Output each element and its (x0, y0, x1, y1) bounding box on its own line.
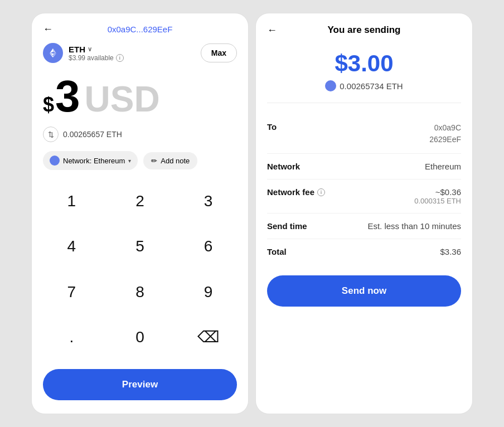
svg-marker-1 (50, 48, 53, 54)
to-row: To 0x0a9C 2629EeF (267, 114, 461, 154)
network-chevron-icon: ▾ (128, 158, 131, 164)
numpad-key-9[interactable]: 9 (174, 272, 243, 312)
decimal-key[interactable]: . (37, 317, 106, 357)
to-address-line2: 2629EeF (429, 134, 461, 145)
fee-eth: 0.000315 ETH (414, 197, 461, 205)
fee-row: Network fee i ~$0.36 0.000315 ETH (267, 179, 461, 213)
send-eth-icon (325, 80, 336, 91)
send-time-row: Send time Est. less than 10 minutes (267, 213, 461, 239)
fee-info-icon[interactable]: i (317, 188, 325, 196)
send-time-label: Send time (267, 221, 307, 231)
network-detail-label: Network (267, 162, 300, 171)
token-details: ETH ∨ $3.99 available i (69, 45, 124, 62)
fee-usd: ~$0.36 (414, 187, 461, 197)
numpad-key-1[interactable]: 1 (37, 181, 106, 221)
to-address-line1: 0x0a9C (429, 122, 461, 134)
to-label: To (267, 122, 277, 132)
eth-equiv-text: 0.00265657 ETH (63, 130, 122, 139)
total-label: Total (267, 247, 287, 256)
add-note-button[interactable]: ✏ Add note (143, 152, 197, 169)
back-button-right[interactable]: ← (267, 25, 277, 36)
numpad-key-8[interactable]: 8 (106, 272, 175, 312)
network-detail-row: Network Ethereum (267, 154, 461, 179)
eth-logo-icon (43, 43, 63, 63)
send-amount-section: $3.00 0.00265734 ETH (256, 45, 472, 103)
wallet-address[interactable]: 0x0a9C...629EeF (108, 25, 173, 34)
token-name: ETH (69, 45, 85, 54)
total-row: Total $3.36 (267, 239, 461, 264)
back-button-left[interactable]: ← (43, 23, 53, 35)
numpad-key-6[interactable]: 6 (174, 226, 243, 266)
details-section: To 0x0a9C 2629EeF Network Ethereum Netwo… (256, 103, 472, 264)
max-button[interactable]: Max (201, 43, 237, 62)
token-name-row[interactable]: ETH ∨ (69, 45, 124, 54)
send-usd-amount: $3.00 (267, 50, 461, 77)
pencil-icon: ✏ (151, 157, 157, 165)
token-available: $3.99 available i (69, 54, 124, 62)
token-info: ETH ∨ $3.99 available i (43, 43, 124, 63)
numpad-key-3[interactable]: 3 (174, 181, 243, 221)
network-eth-icon (50, 156, 60, 166)
send-time-value: Est. less than 10 minutes (367, 221, 461, 231)
add-note-label: Add note (161, 157, 190, 165)
network-label: Network: Ethereum (63, 157, 125, 165)
network-button[interactable]: Network: Ethereum ▾ (43, 151, 138, 170)
eth-equivalent-row: ⇅ 0.00265657 ETH (32, 122, 248, 151)
numpad: 123456789.0⌫ (32, 181, 248, 362)
numpad-key-4[interactable]: 4 (37, 226, 106, 266)
token-row: ETH ∨ $3.99 available i Max (32, 43, 248, 70)
fee-label: Network fee (267, 187, 314, 197)
numpad-key-5[interactable]: 5 (106, 226, 175, 266)
numpad-key-0[interactable]: 0 (106, 317, 175, 357)
amount-display: $ 3 USD (32, 70, 248, 122)
to-address: 0x0a9C 2629EeF (429, 122, 461, 145)
currency-label: USD (85, 79, 160, 120)
send-eth-amount: 0.00265734 ETH (340, 81, 403, 91)
backspace-key[interactable]: ⌫ (174, 317, 243, 357)
numpad-key-2[interactable]: 2 (106, 181, 175, 221)
preview-button[interactable]: Preview (43, 369, 237, 400)
fee-value: ~$0.36 0.000315 ETH (414, 187, 461, 205)
svg-marker-0 (53, 48, 56, 54)
send-eth-row: 0.00265734 ETH (267, 80, 461, 91)
network-detail-value: Ethereum (425, 162, 461, 171)
token-chevron-icon: ∨ (88, 46, 92, 53)
right-header-title: You are sending (328, 25, 401, 36)
numpad-key-7[interactable]: 7 (37, 272, 106, 312)
amount-number: 3 (55, 74, 80, 119)
dollar-sign: $ (43, 93, 54, 117)
fee-label-container: Network fee i (267, 187, 325, 197)
network-row: Network: Ethereum ▾ ✏ Add note (32, 151, 248, 181)
left-header: ← 0x0a9C...629EeF (32, 25, 248, 43)
info-icon[interactable]: i (116, 54, 124, 62)
send-now-button[interactable]: Send now (267, 275, 461, 307)
right-header: ← You are sending (256, 25, 472, 45)
swap-icon[interactable]: ⇅ (43, 127, 59, 142)
total-value: $3.36 (440, 247, 461, 256)
